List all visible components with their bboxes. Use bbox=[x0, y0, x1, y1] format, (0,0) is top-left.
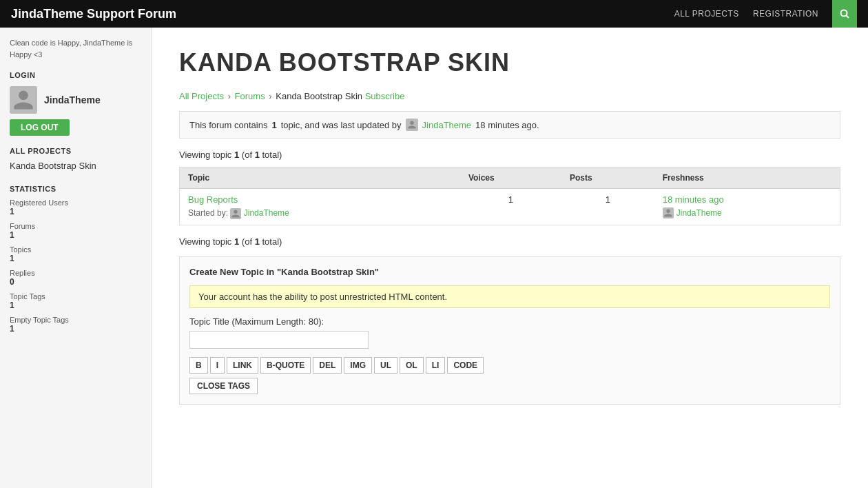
statistics-label: STATISTICS bbox=[10, 185, 141, 193]
col-header-voices: Voices bbox=[460, 167, 561, 189]
new-topic-section: Create New Topic in "Kanda Bootstrap Ski… bbox=[179, 256, 840, 405]
breadcrumb-forums[interactable]: Forums bbox=[235, 91, 265, 101]
breadcrumb-sep2: › bbox=[269, 91, 274, 101]
editor-toolbar: BILINKB-QUOTEDELIMGULOLLICODE bbox=[189, 357, 830, 374]
stat-value: 1 bbox=[10, 207, 141, 216]
registration-nav-link[interactable]: REGISTRATION bbox=[753, 9, 818, 19]
header: JindaTheme Support Forum ALL PROJECTS RE… bbox=[0, 0, 868, 28]
posts-cell: 1 bbox=[561, 189, 654, 225]
viewing-info-bottom: Viewing topic 1 (of 1 total) bbox=[179, 236, 840, 247]
breadcrumb-current: Kanda Bootstrap Skin bbox=[276, 91, 362, 101]
logout-button[interactable]: LOG OUT bbox=[10, 119, 70, 136]
stat-item: Registered Users1 bbox=[10, 199, 141, 216]
main-content: KANDA BOOTSTRAP SKIN All Projects › Foru… bbox=[152, 28, 868, 488]
avatar bbox=[10, 86, 37, 114]
forum-user-avatar bbox=[406, 119, 418, 131]
table-row: Bug Reports Started by: JindaTheme 1 1 1… bbox=[180, 189, 840, 225]
viewing-bold2: 1 bbox=[255, 150, 260, 160]
site-title: JindaTheme Support Forum bbox=[11, 7, 176, 21]
toolbar-btn-b[interactable]: B bbox=[189, 357, 208, 374]
breadcrumb-sep1: › bbox=[228, 91, 234, 101]
topic-title-input[interactable] bbox=[189, 331, 369, 349]
forum-info-box: This forum contains 1 topic, and was las… bbox=[179, 111, 840, 139]
stat-name: Forums bbox=[10, 222, 141, 230]
user-info: JindaTheme bbox=[10, 86, 141, 114]
close-tags-button[interactable]: CLOSE TAGS bbox=[189, 378, 258, 394]
topic-cell: Bug Reports Started by: JindaTheme bbox=[180, 189, 460, 225]
toolbar-btn-del[interactable]: DEL bbox=[313, 357, 342, 374]
stat-value: 0 bbox=[10, 277, 141, 287]
page-layout: Clean code is Happy, JindaTheme is Happy… bbox=[0, 28, 868, 488]
toolbar-btn-img[interactable]: IMG bbox=[344, 357, 372, 374]
voices-cell: 1 bbox=[460, 189, 561, 225]
col-header-topic: Topic bbox=[180, 167, 460, 189]
sidebar: Clean code is Happy, JindaTheme is Happy… bbox=[0, 28, 152, 488]
statistics-list: Registered Users1Forums1Topics1Replies0T… bbox=[10, 199, 141, 334]
toolbar-btn-i[interactable]: I bbox=[210, 357, 225, 374]
all-projects-sidebar-label: ALL PROJECTS bbox=[10, 147, 141, 155]
breadcrumb-all-projects[interactable]: All Projects bbox=[179, 91, 224, 101]
breadcrumb: All Projects › Forums › Kanda Bootstrap … bbox=[179, 91, 840, 101]
breadcrumb-subscribe[interactable]: Subscribe bbox=[365, 91, 405, 101]
stat-value: 1 bbox=[10, 324, 141, 334]
freshness-time-link[interactable]: 18 minutes ago bbox=[663, 194, 831, 205]
stat-item: Empty Topic Tags1 bbox=[10, 316, 141, 334]
html-notice: Your account has the ability to post unr… bbox=[189, 285, 830, 308]
viewing-info: Viewing topic 1 (of 1 total) bbox=[179, 150, 840, 160]
started-by-user[interactable]: JindaTheme bbox=[244, 208, 289, 218]
toolbar-btn-ul[interactable]: UL bbox=[374, 357, 397, 374]
page-title: KANDA BOOTSTRAP SKIN bbox=[179, 48, 840, 77]
stat-name: Replies bbox=[10, 269, 141, 277]
topic-name-link[interactable]: Bug Reports bbox=[188, 194, 452, 205]
search-button[interactable] bbox=[832, 0, 857, 28]
sidebar-project-link[interactable]: Kanda Bootstrap Skin bbox=[10, 161, 141, 171]
toolbar-btn-bquote[interactable]: B-QUOTE bbox=[260, 357, 311, 374]
freshness-avatar bbox=[663, 207, 674, 218]
stat-name: Topics bbox=[10, 245, 141, 254]
stat-item: Topics1 bbox=[10, 245, 141, 263]
all-projects-nav-link[interactable]: ALL PROJECTS bbox=[674, 9, 739, 19]
topic-table: Topic Voices Posts Freshness Bug Reports… bbox=[179, 167, 840, 225]
toolbar-btn-ol[interactable]: OL bbox=[400, 357, 424, 374]
login-section: LOGIN JindaTheme LOG OUT bbox=[10, 71, 141, 136]
new-topic-title: Create New Topic in "Kanda Bootstrap Ski… bbox=[189, 267, 830, 277]
col-header-posts: Posts bbox=[561, 167, 654, 189]
toolbar-btn-li[interactable]: LI bbox=[426, 357, 446, 374]
sidebar-username: JindaTheme bbox=[44, 94, 101, 105]
svg-point-0 bbox=[841, 10, 847, 17]
sidebar-tagline: Clean code is Happy, JindaTheme is Happy… bbox=[10, 37, 141, 60]
forum-info-prefix: This forum contains bbox=[189, 120, 267, 130]
stat-item: Replies0 bbox=[10, 269, 141, 287]
freshness-cell: 18 minutes ago JindaTheme bbox=[654, 189, 840, 225]
freshness-user[interactable]: JindaTheme bbox=[663, 207, 831, 218]
forum-info-middle: topic, and was last updated by bbox=[281, 120, 402, 130]
header-navigation: ALL PROJECTS REGISTRATION bbox=[674, 0, 857, 28]
table-header-row: Topic Voices Posts Freshness bbox=[180, 167, 840, 189]
col-header-freshness: Freshness bbox=[654, 167, 840, 189]
login-label: LOGIN bbox=[10, 71, 141, 79]
stat-name: Empty Topic Tags bbox=[10, 316, 141, 324]
stat-item: Topic Tags1 bbox=[10, 292, 141, 310]
stat-name: Registered Users bbox=[10, 199, 141, 207]
topic-user-avatar bbox=[230, 208, 241, 219]
stat-item: Forums1 bbox=[10, 222, 141, 240]
svg-line-1 bbox=[847, 16, 849, 19]
stat-value: 1 bbox=[10, 230, 141, 240]
forum-info-user[interactable]: JindaTheme bbox=[422, 120, 472, 130]
forum-info-suffix: 18 minutes ago. bbox=[475, 120, 539, 130]
stat-value: 1 bbox=[10, 301, 141, 310]
started-by: Started by: JindaTheme bbox=[188, 208, 289, 218]
forum-info-count: 1 bbox=[271, 120, 276, 130]
stat-value: 1 bbox=[10, 254, 141, 263]
topic-table-body: Bug Reports Started by: JindaTheme 1 1 1… bbox=[180, 189, 840, 225]
topic-title-label: Topic Title (Maximum Length: 80): bbox=[189, 316, 830, 327]
toolbar-btn-code[interactable]: CODE bbox=[447, 357, 484, 374]
toolbar-btn-link[interactable]: LINK bbox=[227, 357, 258, 374]
stat-name: Topic Tags bbox=[10, 292, 141, 301]
viewing-bold1: 1 bbox=[234, 150, 239, 160]
